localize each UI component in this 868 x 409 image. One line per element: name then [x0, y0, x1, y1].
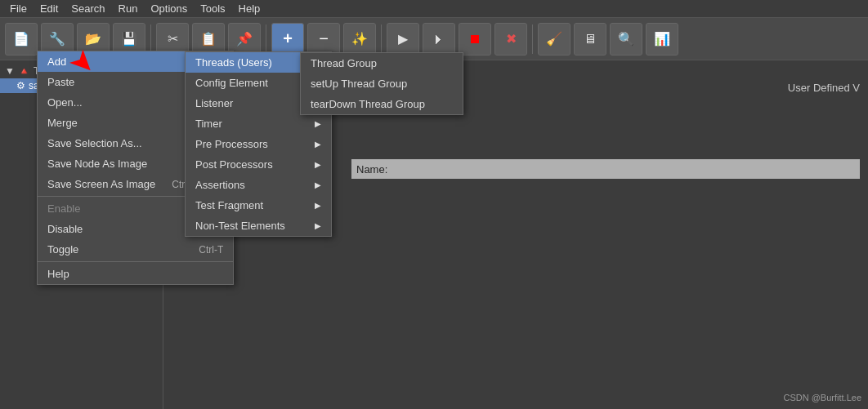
context-menu-container: Add ▶ Paste Ctrl-V Open... Merge Save Se… [0, 51, 234, 285]
separator-4 [532, 24, 533, 54]
menu-item-listener-label: Listener [195, 97, 233, 109]
arrow-icon-testfragment: ▶ [315, 201, 321, 210]
menu-item-help[interactable]: Help [38, 264, 233, 284]
menu-item-merge-label: Merge [47, 117, 78, 129]
monitor-button[interactable]: 🖥 [574, 23, 606, 56]
separator-2 [266, 24, 266, 54]
menu-options[interactable]: Options [144, 1, 194, 16]
wand-button[interactable]: ✨ [343, 23, 376, 56]
menu-item-assertions[interactable]: Assertions ▶ [186, 175, 331, 195]
user-defined-label: User Defined V [788, 82, 860, 94]
menu-item-toggle-label: Toggle [47, 243, 78, 256]
menu-item-thread-group[interactable]: Thread Group [301, 53, 463, 73]
name-field-row: Name: [351, 159, 860, 179]
arrow-icon-postprocessors: ▶ [315, 160, 321, 169]
menu-item-teardown-thread-group-label: tearDown Thread Group [311, 98, 425, 110]
menu-item-threads-label: Threads (Users) [195, 56, 272, 69]
menu-edit[interactable]: Edit [34, 1, 65, 16]
menu-item-preprocessors[interactable]: Pre Processors ▶ [186, 134, 331, 154]
extra-button[interactable]: 📊 [646, 23, 678, 56]
menu-item-testfragment-label: Test Fragment [195, 199, 263, 211]
menu-item-save-selection-label: Save Selection As... [47, 137, 142, 149]
separator-1 [150, 24, 151, 54]
arrow-icon-preprocessors: ▶ [315, 140, 321, 149]
context-menu-level1: Add ▶ Paste Ctrl-V Open... Merge Save Se… [37, 51, 234, 285]
menu-item-postprocessors[interactable]: Post Processors ▶ [186, 154, 331, 175]
arrow-icon-assertions: ▶ [315, 180, 321, 189]
menubar: File Edit Search Run Options Tools Help [0, 0, 868, 18]
menu-item-assertions-label: Assertions [195, 179, 245, 191]
menu-item-testfragment[interactable]: Test Fragment ▶ [186, 195, 331, 216]
stop-red-button[interactable]: ⏹ [459, 23, 491, 56]
menu-item-thread-group-label: Thread Group [311, 57, 377, 69]
name-field-label: Name: [356, 163, 387, 176]
menu-item-help-label: Help [47, 268, 69, 280]
menu-item-nontestelements[interactable]: Non-Test Elements ▶ [186, 216, 331, 236]
menu-item-enable-label: Enable [47, 202, 80, 215]
menu-item-setup-thread-group[interactable]: setUp Thread Group [301, 73, 463, 94]
add-button[interactable]: + [271, 23, 304, 56]
menu-item-toggle[interactable]: Toggle Ctrl-T [38, 239, 233, 260]
menu-item-timer[interactable]: Timer ▶ [186, 113, 331, 134]
menu-run[interactable]: Run [112, 1, 145, 16]
menu-item-postprocessors-label: Post Processors [195, 158, 273, 171]
arrow-icon-timer: ▶ [315, 119, 321, 128]
play-button[interactable]: ▶ [387, 23, 419, 56]
play-step-button[interactable]: ⏵ [423, 23, 455, 56]
search-toolbar-button[interactable]: 🔍 [610, 23, 642, 56]
separator-menu2 [38, 261, 233, 262]
menu-item-preprocessors-label: Pre Processors [195, 138, 268, 150]
menu-item-setup-thread-group-label: setUp Thread Group [311, 78, 407, 90]
menu-item-timer-label: Timer [195, 118, 222, 130]
menu-item-save-screen-label: Save Screen As Image [47, 178, 155, 190]
menu-item-paste-label: Paste [47, 76, 74, 88]
stop-button[interactable]: ✖ [494, 23, 527, 56]
menu-file[interactable]: File [3, 1, 34, 16]
separator-3 [381, 24, 382, 54]
menu-search[interactable]: Search [65, 1, 111, 16]
context-menu-level3: Thread Group setUp Thread Group tearDown… [300, 52, 463, 115]
menu-item-nontestelements-label: Non-Test Elements [195, 220, 285, 232]
menu-item-open-label: Open... [47, 96, 83, 109]
arrow-icon-nontestelements: ▶ [315, 221, 321, 230]
context-menu-level2: Threads (Users) ▶ Config Element ▶ Liste… [185, 51, 332, 237]
menu-help[interactable]: Help [232, 1, 267, 16]
menu-item-save-node-label: Save Node As Image [47, 158, 147, 170]
toggle-shortcut: Ctrl-T [199, 244, 223, 256]
menu-tools[interactable]: Tools [194, 1, 231, 16]
menu-item-config-label: Config Element [195, 77, 268, 89]
menu-item-disable-label: Disable [47, 223, 83, 235]
watermark: CSDN @Burfitt.Lee [783, 393, 861, 402]
remove-button[interactable]: − [307, 23, 340, 56]
broom-button[interactable]: 🧹 [538, 23, 570, 56]
menu-item-teardown-thread-group[interactable]: tearDown Thread Group [301, 94, 463, 114]
